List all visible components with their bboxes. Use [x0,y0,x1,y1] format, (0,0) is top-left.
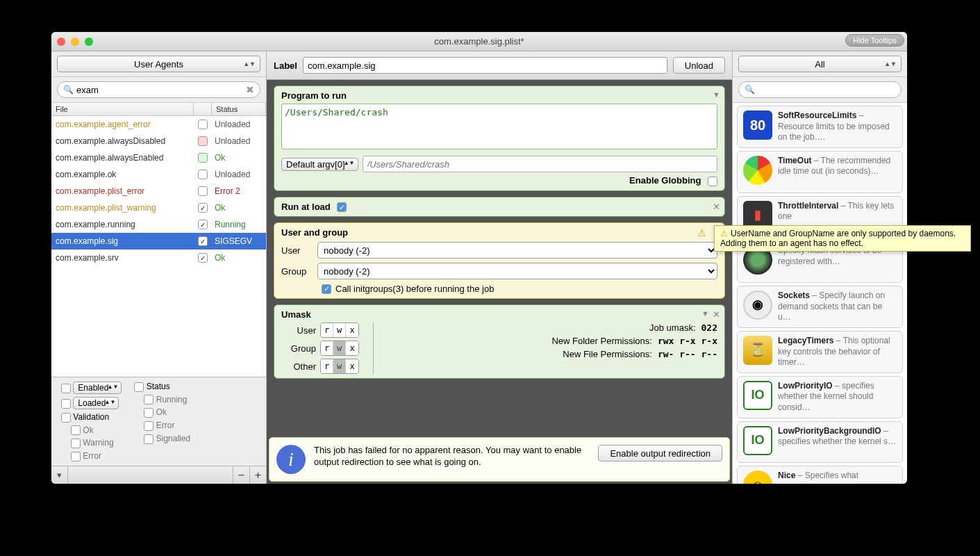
key-item[interactable]: IO LowPriorityIO – specifies whether the… [737,376,903,418]
label-input[interactable] [303,57,667,74]
umask-user-rwx[interactable]: rwx [320,322,359,338]
minimize-window-button[interactable] [71,38,79,46]
filter-icon[interactable]: ▾ [51,466,68,484]
warning-icon: ⚠ [697,227,706,238]
filter-signalled[interactable]: Signalled [130,434,190,444]
close-window-button[interactable] [57,38,65,46]
filter-panel: Enabled▲▼ Loaded▲▼ Validation Ok Warning… [51,377,266,466]
umask-group-rwx[interactable]: rwx [320,341,359,356]
chevron-updown-icon: ▲▼ [243,60,256,67]
agent-category-select[interactable]: User Agents▲▼ [57,56,260,72]
file-row[interactable]: com.example.ok Unloaded [51,166,266,183]
titlebar: com.example.sig.plist* Hide Tooltips [51,32,907,51]
umask-card: Umask ▼ ✕ Userrwx Grouprwx Otherrwx Job … [274,304,725,379]
filter-val-ok[interactable]: Ok [57,425,122,436]
search-icon: 🔍 [63,85,74,95]
info-bar: i This job has failed for no apparent re… [269,437,730,482]
argv0-select[interactable]: Default argv[0]▲▼ [281,158,358,171]
key-search-input[interactable]: 🔍 [738,81,902,98]
key-item[interactable]: ◉ Sockets – Specify launch on demand soc… [737,286,903,328]
group-select[interactable]: nobody (-2) [317,263,717,279]
inspector-pane: All▲▼ 🔍 80 SoftResourceLimits – Resource… [732,51,907,484]
file-row[interactable]: com.example.plist_error Error 2 [51,183,266,199]
user-select[interactable]: nobody (-2) [317,242,717,259]
user-group-card: User and group ⚠ ▼ User nobody (-2) Grou… [274,222,725,299]
sidebar-footer: ▾ − + [51,466,266,484]
file-row[interactable]: com.example.sig SIGSEGV [51,233,266,250]
editor-pane: Label Unload Program to run ▼ /Users/Sha… [267,51,732,484]
file-table-header: File Status [51,103,266,116]
editor-toolbar: Label Unload [267,51,732,80]
initgroups-checkbox[interactable] [322,284,331,294]
file-row[interactable]: com.example.srv Ok [51,250,266,266]
key-search-field[interactable] [758,85,895,95]
filter-validation[interactable]: Validation [57,412,122,423]
info-icon: i [276,445,306,474]
unload-button[interactable]: Unload [673,57,725,74]
file-row[interactable]: com.example.plist_warning Ok [51,199,266,216]
zoom-window-button[interactable] [85,38,93,46]
file-column-header[interactable]: File [51,103,194,115]
umask-other-rwx[interactable]: rwx [320,359,359,374]
key-list: 80 SoftResourceLimits – Resource limits … [733,103,907,484]
collapse-icon[interactable]: ▼ [701,309,709,318]
enable-globbing[interactable]: Enable Globbing [281,175,717,186]
file-row[interactable]: com.example.agent_error Unloaded [51,116,266,133]
app-window: com.example.sig.plist* Hide Tooltips Use… [51,32,907,484]
file-row[interactable]: com.example.alwaysDisabled Unloaded [51,133,266,149]
filter-enabled[interactable]: Enabled▲▼ [57,382,122,394]
key-item[interactable]: ⏳ LegacyTimers – This optional key contr… [737,331,903,373]
run-at-load-checkbox[interactable] [337,202,347,212]
run-at-load-card: ✕ Run at load [274,197,725,218]
remove-file-button[interactable]: − [233,466,249,484]
filter-s-error[interactable]: Error [130,420,190,431]
file-row[interactable]: com.example.running Running [51,216,266,233]
add-file-button[interactable]: + [249,466,266,484]
key-item[interactable]: TimeOut – The recommended idle time out … [737,151,903,193]
label-field-label: Label [274,60,297,71]
filter-status[interactable]: Status [130,382,190,392]
key-item[interactable]: IO LowPriorityBackgroundIO – specifies w… [737,421,903,464]
file-list: com.example.agent_error Unloadedcom.exam… [51,116,266,377]
remove-card-icon[interactable]: ✕ [713,202,720,212]
file-search-input[interactable]: 🔍 ✖ [57,81,260,98]
chevron-updown-icon: ▲▼ [884,60,897,67]
filter-val-error[interactable]: Error [57,451,122,461]
program-card: Program to run ▼ /Users/Shared/crash Def… [274,85,725,191]
filter-loaded[interactable]: Loaded▲▼ [57,397,122,409]
status-column-header[interactable]: Status [212,103,266,115]
warning-tooltip: UserName and GroupName are only supporte… [714,225,971,252]
window-controls [57,38,93,46]
search-icon: 🔍 [745,85,755,95]
remove-card-icon[interactable]: ✕ [713,309,720,320]
clear-search-button[interactable]: ✖ [246,84,254,95]
enable-output-redirection-button[interactable]: Enable output redirection [598,445,722,461]
filter-running[interactable]: Running [130,395,190,405]
filter-s-ok[interactable]: Ok [130,407,190,418]
key-item[interactable]: ☺ Nice – Specifies what [737,466,903,484]
filter-val-warning[interactable]: Warning [57,438,122,448]
argv0-input[interactable] [363,156,717,172]
file-search-field[interactable] [76,85,246,95]
program-path-input[interactable]: /Users/Shared/crash [281,104,717,149]
key-category-select[interactable]: All▲▼ [738,56,902,72]
file-row[interactable]: com.example.alwaysEnabled Ok [51,149,266,166]
collapse-icon[interactable]: ▼ [713,90,720,99]
sidebar: User Agents▲▼ 🔍 ✖ File Status com.exampl… [51,51,267,484]
window-title: com.example.sig.plist* [51,36,907,47]
key-item[interactable]: 80 SoftResourceLimits – Resource limits … [737,106,903,148]
hide-tooltips-button[interactable]: Hide Tooltips [845,34,904,47]
